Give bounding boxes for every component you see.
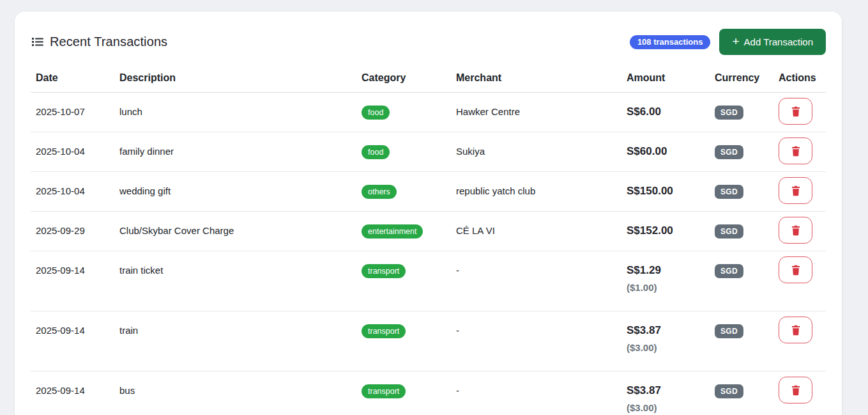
amount-cell: S$1.29 ($1.00) — [621, 251, 710, 311]
amount-cell: S$3.87 ($3.00) — [621, 311, 710, 372]
amount-value: S$1.29 — [627, 262, 704, 279]
column-header-date: Date — [31, 55, 114, 93]
date-cell: 2025-09-14 — [31, 251, 114, 311]
trash-icon — [791, 106, 801, 117]
amount-value: S$3.87 — [627, 382, 704, 399]
delete-transaction-button[interactable] — [779, 98, 812, 125]
description-cell: family dinner — [114, 132, 356, 172]
amount-converted: ($3.00) — [627, 400, 704, 415]
delete-transaction-button[interactable] — [779, 317, 812, 343]
list-icon — [31, 35, 44, 49]
delete-transaction-button[interactable] — [779, 137, 812, 164]
currency-badge: SGD — [715, 384, 743, 398]
transactions-table: Date Description Category Merchant Amoun… — [31, 55, 826, 415]
description-cell: train — [114, 311, 356, 372]
delete-transaction-button[interactable] — [779, 256, 812, 283]
transaction-row: 2025-10-04 wedding gift others republic … — [31, 172, 826, 212]
amount-cell: S$60.00 — [621, 132, 710, 172]
category-badge: food — [362, 145, 390, 159]
category-badge: food — [362, 106, 390, 120]
date-cell: 2025-09-29 — [31, 212, 114, 251]
category-badge: transport — [362, 264, 406, 278]
category-cell: food — [356, 132, 451, 172]
delete-transaction-button[interactable] — [779, 217, 812, 244]
currency-cell: SGD — [710, 251, 773, 311]
amount-value: S$3.87 — [627, 322, 704, 339]
amount-value: S$6.00 — [627, 104, 704, 120]
amount-value: S$152.00 — [627, 223, 704, 239]
category-cell: others — [356, 172, 451, 212]
actions-cell — [773, 311, 826, 372]
column-header-actions: Actions — [773, 55, 826, 93]
amount-cell: S$150.00 — [621, 172, 710, 212]
description-cell: bus — [114, 372, 356, 415]
category-badge: others — [362, 185, 397, 199]
amount-cell: S$3.87 ($3.00) — [621, 372, 710, 415]
description-cell: Club/Skybar Cover Charge — [114, 212, 356, 251]
column-header-description: Description — [114, 55, 356, 93]
actions-cell — [773, 132, 826, 172]
transaction-count-badge: 108 transactions — [630, 35, 711, 49]
merchant-cell: Hawker Centre — [451, 93, 621, 132]
trash-icon — [791, 146, 801, 157]
category-cell: food — [356, 93, 451, 132]
category-cell: entertainment — [356, 212, 451, 251]
column-header-amount: Amount — [621, 55, 710, 93]
category-cell: transport — [356, 372, 451, 415]
header-actions: 108 transactions + Add Transaction — [630, 29, 826, 55]
trash-icon — [791, 225, 801, 236]
transaction-row: 2025-10-04 family dinner food Sukiya S$6… — [31, 132, 826, 172]
trash-icon — [791, 185, 801, 196]
actions-cell — [773, 93, 826, 132]
delete-transaction-button[interactable] — [779, 177, 812, 204]
currency-cell: SGD — [710, 93, 773, 132]
transactions-tbody: 2025-10-07 lunch food Hawker Centre S$6.… — [31, 93, 826, 415]
table-header: Date Description Category Merchant Amoun… — [31, 55, 826, 93]
date-cell: 2025-09-14 — [31, 311, 114, 372]
transaction-row: 2025-10-07 lunch food Hawker Centre S$6.… — [31, 93, 826, 132]
amount-value: S$60.00 — [627, 143, 704, 160]
currency-cell: SGD — [710, 212, 773, 251]
merchant-cell: - — [451, 251, 621, 311]
currency-badge: SGD — [715, 185, 743, 199]
add-transaction-label: Add Transaction — [744, 36, 813, 47]
amount-converted: ($3.00) — [627, 340, 704, 356]
amount-cell: S$6.00 — [621, 93, 710, 132]
category-badge: entertainment — [362, 224, 423, 239]
merchant-cell: CÉ LA VI — [451, 212, 621, 251]
column-header-category: Category — [356, 55, 451, 93]
currency-cell: SGD — [710, 172, 773, 212]
trash-icon — [791, 385, 801, 396]
actions-cell — [773, 251, 826, 311]
category-cell: transport — [356, 251, 451, 311]
date-cell: 2025-10-04 — [31, 172, 114, 212]
date-cell: 2025-10-04 — [31, 132, 114, 172]
recent-transactions-card: Recent Transactions 108 transactions + A… — [15, 12, 842, 415]
merchant-cell: - — [451, 311, 621, 372]
date-cell: 2025-09-14 — [31, 372, 114, 415]
amount-value: S$150.00 — [627, 183, 704, 200]
transaction-row: 2025-09-14 train ticket transport - S$1.… — [31, 251, 826, 311]
column-header-merchant: Merchant — [451, 55, 621, 93]
description-cell: train ticket — [114, 251, 356, 311]
page-title: Recent Transactions — [50, 35, 167, 49]
currency-cell: SGD — [710, 372, 773, 415]
description-cell: wedding gift — [114, 172, 356, 212]
description-cell: lunch — [114, 93, 356, 132]
title-wrap: Recent Transactions — [31, 35, 167, 49]
currency-badge: SGD — [715, 264, 743, 278]
actions-cell — [773, 372, 826, 415]
delete-transaction-button[interactable] — [779, 377, 812, 403]
add-transaction-button[interactable]: + Add Transaction — [719, 29, 826, 55]
category-cell: transport — [356, 311, 451, 372]
transaction-row: 2025-09-14 bus transport - S$3.87 ($3.00… — [31, 372, 826, 415]
currency-badge: SGD — [715, 324, 743, 338]
column-header-currency: Currency — [710, 55, 773, 93]
actions-cell — [773, 172, 826, 212]
plus-icon: + — [732, 35, 739, 47]
category-badge: transport — [362, 324, 406, 338]
transaction-row: 2025-09-29 Club/Skybar Cover Charge ente… — [31, 212, 826, 251]
currency-cell: SGD — [710, 132, 773, 172]
trash-icon — [791, 325, 801, 336]
currency-cell: SGD — [710, 311, 773, 372]
